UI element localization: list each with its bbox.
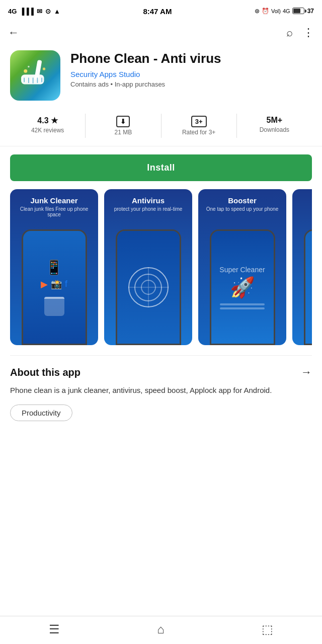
app-header: Phone Clean - Anti virus Security Apps S… [0, 45, 322, 109]
booster-bars [214, 303, 271, 309]
productivity-tag[interactable]: Productivity [10, 405, 72, 421]
stat-rating[interactable]: 4.3 ★ 42K reviews [10, 114, 86, 138]
app-info: Phone Clean - Anti virus Security Apps S… [70, 50, 312, 88]
app-developer[interactable]: Security Apps Studio [70, 70, 312, 78]
bottom-nav: ☰ ⌂ ⬚ [0, 616, 322, 644]
stat-age[interactable]: 3+ Rated for 3+ [162, 114, 237, 138]
alert-icon: ▲ [54, 8, 60, 15]
age-value: 3+ [162, 116, 236, 127]
rocket-icon: 🚀 [230, 276, 255, 299]
age-box: 3+ [191, 116, 207, 127]
screenshots-section: Junk Cleaner Clean junk files Free up ph… [0, 189, 322, 355]
radar-lines [128, 267, 169, 307]
status-time: 8:47 AM [143, 7, 172, 16]
nav-bar: ← ⌕ ⋮ [0, 22, 322, 45]
app-meta: Contains ads • In-app purchases [70, 80, 312, 88]
ss2-phone [116, 229, 181, 345]
about-description: Phone clean is a junk cleaner, antivirus… [10, 385, 312, 396]
app-name: Phone Clean - Anti virus [70, 50, 312, 67]
stat-size: ⬇ 21 MB [86, 114, 161, 138]
broom-svg [18, 58, 53, 93]
ss2-subtitle: protect your phone in real-time [110, 206, 187, 212]
install-button[interactable]: Install [10, 154, 312, 181]
search-button[interactable]: ⌕ [286, 26, 293, 39]
ss3-title: Booster [228, 196, 257, 205]
ss1-phone: 📱 ▶ 📸 f [22, 229, 87, 345]
about-section: About this app → Phone clean is a junk c… [0, 356, 322, 436]
ss2-title: Antivirus [132, 196, 165, 205]
bottom-back-button[interactable]: ⬚ [262, 622, 273, 636]
download-box-icon: ⬇ [116, 116, 130, 127]
status-left: 4G ▐▐▐ ✉ ⊙ ▲ [8, 8, 60, 15]
message-icon: ✉ [37, 8, 42, 15]
downloads-label: Downloads [237, 126, 312, 133]
bottom-menu-button[interactable]: ☰ [49, 622, 60, 636]
screenshot-2[interactable]: Antivirus protect your phone in real-tim… [104, 189, 192, 345]
app-icons: ▶ 📸 f [41, 279, 67, 290]
more-button[interactable]: ⋮ [303, 26, 314, 39]
lte-icon: 4G [283, 8, 290, 14]
screenshot-1[interactable]: Junk Cleaner Clean junk files Free up ph… [10, 189, 98, 345]
nav-right-icons: ⌕ ⋮ [286, 26, 314, 39]
svg-point-2 [24, 69, 27, 73]
signal-bars: ▐▐▐ [20, 8, 34, 15]
ss1-title: Junk Cleaner [30, 196, 77, 205]
size-value: ⬇ [86, 116, 160, 127]
voicemail-icon: ⊙ [45, 8, 51, 15]
svg-point-3 [43, 67, 45, 70]
svg-point-4 [28, 66, 30, 68]
screenshot-3[interactable]: Booster One tap to speed up your phone S… [198, 189, 286, 345]
stat-downloads: 5M+ Downloads [237, 114, 312, 138]
super-clean-label: Super Cleaner [219, 266, 265, 274]
screenshot-4[interactable]: A f [292, 189, 312, 345]
junk-icons: 📱 [45, 259, 63, 276]
battery-icon: 37 [292, 8, 314, 15]
reviews-label: 42K reviews [10, 127, 85, 134]
screenshots-scroll[interactable]: Junk Cleaner Clean junk files Free up ph… [10, 189, 312, 345]
rating-value: 4.3 ★ [10, 116, 85, 125]
signal-text: 4G [8, 8, 17, 15]
install-section: Install [0, 146, 322, 189]
back-button[interactable]: ← [8, 26, 19, 39]
ss3-phone: Super Cleaner 🚀 [210, 229, 275, 345]
about-header: About this app → [10, 366, 312, 379]
ss3-subtitle: One tap to speed up your phone [202, 206, 282, 212]
bottom-home-button[interactable]: ⌂ [157, 622, 165, 636]
about-title: About this app [10, 367, 80, 378]
age-label: Rated for 3+ [162, 129, 236, 136]
app-icon [10, 50, 60, 101]
ss4-phone: f [304, 229, 312, 345]
size-label: 21 MB [86, 129, 160, 136]
bluetooth-icon: ⊛ [255, 8, 260, 15]
stats-row: 4.3 ★ 42K reviews ⬇ 21 MB 3+ Rated for 3… [0, 109, 322, 146]
alarm-icon: ⏰ [262, 8, 269, 15]
status-right: ⊛ ⏰ Vol) 4G 37 [255, 8, 314, 15]
about-arrow-button[interactable]: → [301, 366, 312, 379]
downloads-value: 5M+ [237, 116, 312, 125]
status-bar: 4G ▐▐▐ ✉ ⊙ ▲ 8:47 AM ⊛ ⏰ Vol) 4G 37 [0, 0, 322, 22]
vol-icon: Vol) [271, 8, 281, 14]
trash-icon [44, 297, 64, 316]
ss1-subtitle: Clean junk files Free up phone space [10, 206, 98, 217]
